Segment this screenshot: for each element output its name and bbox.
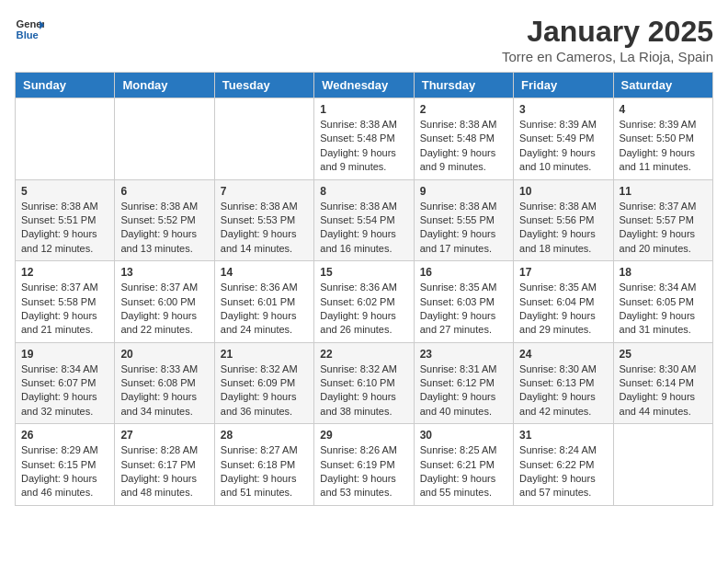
day-info: Sunrise: 8:32 AM Sunset: 6:10 PM Dayligh… [320,362,407,419]
day-info: Sunrise: 8:27 AM Sunset: 6:18 PM Dayligh… [221,443,308,500]
weekday-header-thursday: Thursday [414,73,513,98]
calendar-cell: 21Sunrise: 8:32 AM Sunset: 6:09 PM Dayli… [214,342,313,424]
calendar-cell: 20Sunrise: 8:33 AM Sunset: 6:08 PM Dayli… [115,342,214,424]
day-number: 27 [120,429,208,442]
calendar-cell: 2Sunrise: 8:38 AM Sunset: 5:48 PM Daylig… [414,98,513,180]
weekday-header-tuesday: Tuesday [214,73,313,98]
calendar-cell: 6Sunrise: 8:38 AM Sunset: 5:52 PM Daylig… [115,179,214,261]
day-number: 17 [519,266,607,279]
day-info: Sunrise: 8:38 AM Sunset: 5:48 PM Dayligh… [320,118,407,175]
calendar-cell [613,424,712,506]
calendar-cell: 5Sunrise: 8:38 AM Sunset: 5:51 PM Daylig… [16,179,115,261]
calendar-cell: 16Sunrise: 8:35 AM Sunset: 6:03 PM Dayli… [414,261,513,343]
day-number: 10 [519,185,607,198]
day-info: Sunrise: 8:30 AM Sunset: 6:14 PM Dayligh… [620,362,707,419]
calendar-cell: 7Sunrise: 8:38 AM Sunset: 5:53 PM Daylig… [214,179,313,261]
calendar-cell: 1Sunrise: 8:38 AM Sunset: 5:48 PM Daylig… [314,98,414,180]
day-info: Sunrise: 8:38 AM Sunset: 5:53 PM Dayligh… [221,200,308,257]
day-number: 26 [21,429,108,442]
calendar-cell: 8Sunrise: 8:38 AM Sunset: 5:54 PM Daylig… [314,179,414,261]
day-info: Sunrise: 8:38 AM Sunset: 5:56 PM Dayligh… [519,200,607,257]
day-number: 20 [120,348,208,361]
day-number: 22 [320,348,407,361]
calendar-cell: 18Sunrise: 8:34 AM Sunset: 6:05 PM Dayli… [613,261,712,343]
calendar-cell: 11Sunrise: 8:37 AM Sunset: 5:57 PM Dayli… [613,179,712,261]
calendar-cell: 19Sunrise: 8:34 AM Sunset: 6:07 PM Dayli… [16,342,115,424]
calendar-cell: 15Sunrise: 8:36 AM Sunset: 6:02 PM Dayli… [314,261,414,343]
day-number: 7 [221,185,308,198]
day-number: 28 [221,429,308,442]
day-number: 1 [320,103,407,116]
day-info: Sunrise: 8:26 AM Sunset: 6:19 PM Dayligh… [320,443,407,500]
day-info: Sunrise: 8:32 AM Sunset: 6:09 PM Dayligh… [221,362,308,419]
day-number: 25 [620,348,707,361]
day-number: 12 [21,266,108,279]
calendar-cell: 30Sunrise: 8:25 AM Sunset: 6:21 PM Dayli… [414,424,513,506]
day-number: 6 [120,185,208,198]
calendar-cell [115,98,214,180]
calendar-cell: 12Sunrise: 8:37 AM Sunset: 5:58 PM Dayli… [16,261,115,343]
calendar-cell [16,98,115,180]
day-info: Sunrise: 8:28 AM Sunset: 6:17 PM Dayligh… [120,443,208,500]
day-number: 2 [420,103,507,116]
calendar-cell [214,98,313,180]
calendar-cell: 26Sunrise: 8:29 AM Sunset: 6:15 PM Dayli… [16,424,115,506]
day-info: Sunrise: 8:38 AM Sunset: 5:55 PM Dayligh… [420,200,507,257]
day-info: Sunrise: 8:30 AM Sunset: 6:13 PM Dayligh… [519,362,607,419]
weekday-header-sunday: Sunday [16,73,115,98]
weekday-header-saturday: Saturday [613,73,712,98]
day-info: Sunrise: 8:38 AM Sunset: 5:48 PM Dayligh… [420,118,507,175]
day-info: Sunrise: 8:29 AM Sunset: 6:15 PM Dayligh… [21,443,108,500]
day-info: Sunrise: 8:38 AM Sunset: 5:51 PM Dayligh… [21,200,108,257]
weekday-header-row: SundayMondayTuesdayWednesdayThursdayFrid… [16,73,713,98]
calendar-cell: 29Sunrise: 8:26 AM Sunset: 6:19 PM Dayli… [314,424,414,506]
day-number: 11 [620,185,707,198]
day-info: Sunrise: 8:37 AM Sunset: 5:58 PM Dayligh… [21,281,108,338]
week-row-1: 1Sunrise: 8:38 AM Sunset: 5:48 PM Daylig… [16,98,713,180]
calendar-cell: 27Sunrise: 8:28 AM Sunset: 6:17 PM Dayli… [115,424,214,506]
calendar-cell: 24Sunrise: 8:30 AM Sunset: 6:13 PM Dayli… [514,342,613,424]
day-number: 8 [320,185,407,198]
day-info: Sunrise: 8:35 AM Sunset: 6:03 PM Dayligh… [420,281,507,338]
day-number: 18 [620,266,707,279]
calendar-cell: 13Sunrise: 8:37 AM Sunset: 6:00 PM Dayli… [115,261,214,343]
week-row-3: 12Sunrise: 8:37 AM Sunset: 5:58 PM Dayli… [16,261,713,343]
day-info: Sunrise: 8:36 AM Sunset: 6:02 PM Dayligh… [320,281,407,338]
week-row-5: 26Sunrise: 8:29 AM Sunset: 6:15 PM Dayli… [16,424,713,506]
day-info: Sunrise: 8:36 AM Sunset: 6:01 PM Dayligh… [221,281,308,338]
day-info: Sunrise: 8:39 AM Sunset: 5:49 PM Dayligh… [519,118,607,175]
week-row-2: 5Sunrise: 8:38 AM Sunset: 5:51 PM Daylig… [16,179,713,261]
logo: General Blue [15,15,44,44]
calendar-cell: 14Sunrise: 8:36 AM Sunset: 6:01 PM Dayli… [214,261,313,343]
day-number: 5 [21,185,108,198]
day-number: 31 [519,429,607,442]
day-info: Sunrise: 8:35 AM Sunset: 6:04 PM Dayligh… [519,281,607,338]
day-info: Sunrise: 8:34 AM Sunset: 6:05 PM Dayligh… [620,281,707,338]
calendar-table: SundayMondayTuesdayWednesdayThursdayFrid… [15,72,713,506]
calendar-cell: 22Sunrise: 8:32 AM Sunset: 6:10 PM Dayli… [314,342,414,424]
week-row-4: 19Sunrise: 8:34 AM Sunset: 6:07 PM Dayli… [16,342,713,424]
svg-text:Blue: Blue [17,29,39,40]
day-number: 3 [519,103,607,116]
calendar-cell: 17Sunrise: 8:35 AM Sunset: 6:04 PM Dayli… [514,261,613,343]
day-number: 24 [519,348,607,361]
day-number: 16 [420,266,507,279]
calendar-cell: 4Sunrise: 8:39 AM Sunset: 5:50 PM Daylig… [613,98,712,180]
weekday-header-friday: Friday [514,73,613,98]
day-info: Sunrise: 8:38 AM Sunset: 5:52 PM Dayligh… [120,200,208,257]
day-info: Sunrise: 8:25 AM Sunset: 6:21 PM Dayligh… [420,443,507,500]
day-number: 19 [21,348,108,361]
day-info: Sunrise: 8:33 AM Sunset: 6:08 PM Dayligh… [120,362,208,419]
title-block: January 2025 Torre en Cameros, La Rioja,… [502,15,713,64]
day-info: Sunrise: 8:37 AM Sunset: 5:57 PM Dayligh… [620,200,707,257]
day-info: Sunrise: 8:39 AM Sunset: 5:50 PM Dayligh… [620,118,707,175]
page-header: General Blue January 2025 Torre en Camer… [15,15,713,64]
calendar-cell: 9Sunrise: 8:38 AM Sunset: 5:55 PM Daylig… [414,179,513,261]
day-number: 21 [221,348,308,361]
day-info: Sunrise: 8:34 AM Sunset: 6:07 PM Dayligh… [21,362,108,419]
calendar-cell: 10Sunrise: 8:38 AM Sunset: 5:56 PM Dayli… [514,179,613,261]
day-number: 23 [420,348,507,361]
calendar-cell: 28Sunrise: 8:27 AM Sunset: 6:18 PM Dayli… [214,424,313,506]
day-info: Sunrise: 8:38 AM Sunset: 5:54 PM Dayligh… [320,200,407,257]
day-number: 30 [420,429,507,442]
